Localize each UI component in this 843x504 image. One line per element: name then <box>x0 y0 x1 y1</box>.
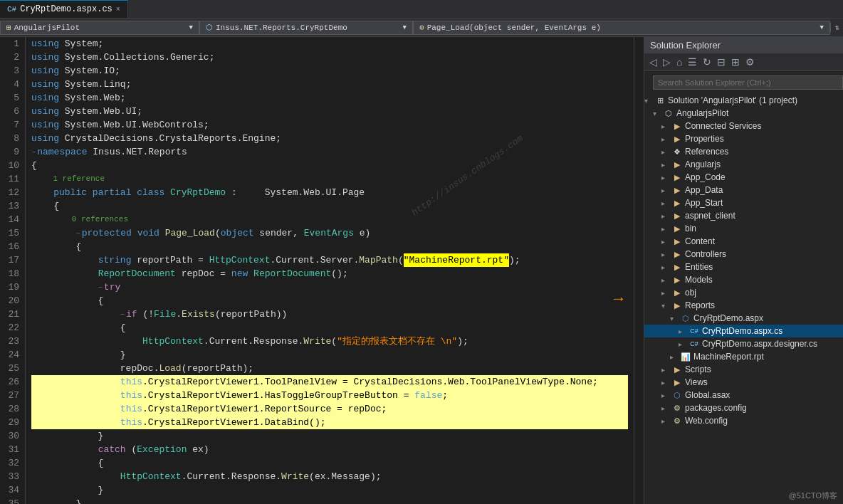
se-tree-item-webConfig[interactable]: ▸⚙Web.config <box>644 414 843 427</box>
se-tree-item-obj[interactable]: ▸▶obj <box>644 286 843 299</box>
se-tree-item-connected[interactable]: ▸▶Connected Services <box>644 120 843 132</box>
class-dropdown[interactable]: ⬡ Insus.NET.Reports.CryRptDemo ▼ <box>199 21 413 35</box>
tree-arrow[interactable]: ▾ <box>661 302 671 310</box>
main-area: 1234567891011121314151617181920212223242… <box>0 37 843 504</box>
se-tree-item-references[interactable]: ▸❖References <box>644 145 843 158</box>
tree-arrow[interactable]: ▸ <box>661 238 671 246</box>
tree-arrow[interactable]: ▾ <box>670 315 680 322</box>
mini-map[interactable] <box>634 37 644 504</box>
se-tree-item-entities[interactable]: ▸▶Entities <box>644 261 843 273</box>
code-token: ( <box>126 443 137 456</box>
code-token: ( <box>215 226 221 240</box>
se-tree-item-solution[interactable]: ▾⊞Solution 'AngularjsPilot' (1 project) <box>644 94 843 107</box>
tree-label: CryRptDemo.aspx.cs <box>702 326 843 336</box>
se-back-button[interactable]: ◁ <box>647 55 659 69</box>
code-token: reportPath = <box>131 253 209 267</box>
tree-arrow[interactable]: ▸ <box>661 366 671 374</box>
tree-arrow[interactable]: ▾ <box>644 97 654 105</box>
se-tree-item-cryRptDemoAspx[interactable]: ▾⬡CryRptDemo.aspx <box>644 312 843 325</box>
se-properties-button[interactable]: ☰ <box>686 55 699 69</box>
class-arrow: ▼ <box>403 24 407 31</box>
code-token: System.Web.UI; <box>59 105 142 118</box>
tree-label: CryRptDemo.aspx.designer.cs <box>702 339 843 349</box>
se-tree-item-cryRptDemoCs[interactable]: ▸C#CryRptDemo.aspx.cs <box>644 325 843 337</box>
tree-arrow[interactable]: ▸ <box>661 212 671 220</box>
code-token: .CrystalReportViewer1. <box>142 416 265 429</box>
tree-label: App_Code <box>685 172 843 182</box>
tree-arrow[interactable]: ▸ <box>679 340 688 348</box>
sync-button[interactable]: ⇅ <box>830 23 843 32</box>
se-tree-item-globalAsax[interactable]: ▸⬡Global.asax <box>644 389 843 401</box>
code-line: { <box>31 159 628 172</box>
tree-icon-solution: ⊞ <box>654 95 666 106</box>
tree-arrow[interactable]: ▸ <box>661 135 671 143</box>
tree-arrow[interactable]: ▾ <box>653 110 663 117</box>
code-line: { <box>31 321 628 335</box>
tree-arrow[interactable]: ▸ <box>661 289 671 297</box>
tree-arrow[interactable]: ▸ <box>661 122 671 130</box>
method-dropdown[interactable]: ⚙ Page_Load(object sender, EventArgs e) … <box>413 21 830 35</box>
se-refresh-button[interactable]: ↻ <box>701 55 713 69</box>
se-tree-item-properties[interactable]: ▸▶Properties <box>644 132 843 145</box>
se-tree-item-angularjs[interactable]: ▸▶Angularjs <box>644 158 843 171</box>
tab-close-button[interactable]: × <box>116 6 120 14</box>
tree-arrow[interactable]: ▸ <box>661 263 671 271</box>
tree-label: App_Start <box>685 198 843 208</box>
code-area[interactable]: using System;using System.Collections.Ge… <box>26 37 634 504</box>
code-token: false <box>414 389 442 402</box>
tree-icon-folder: ▶ <box>671 172 683 183</box>
se-home-button[interactable]: ⌂ <box>674 55 684 69</box>
code-token: Exception <box>137 443 187 456</box>
tree-arrow[interactable]: ▸ <box>661 379 671 387</box>
code-token: System.Collections.Generic; <box>59 51 214 64</box>
se-filter-button[interactable]: ⚙ <box>743 55 757 69</box>
code-token: System; <box>59 37 103 51</box>
tree-arrow[interactable]: ▸ <box>661 417 671 425</box>
code-token <box>31 402 120 416</box>
code-token: this <box>120 389 142 402</box>
code-line: } <box>31 483 628 497</box>
tree-arrow[interactable]: ▸ <box>661 161 671 169</box>
se-tree-item-project[interactable]: ▾⬡AngularjsPilot <box>644 107 843 120</box>
tree-arrow[interactable]: ▸ <box>661 148 671 156</box>
tree-label: obj <box>685 288 843 298</box>
se-tree-item-controllers[interactable]: ▸▶Controllers <box>644 248 843 261</box>
tab-bar: C# CryRptDemo.aspx.cs × <box>0 0 843 19</box>
tree-arrow[interactable]: ▸ <box>661 251 671 258</box>
se-show-files-button[interactable]: ⊞ <box>729 55 742 69</box>
tree-arrow[interactable]: ▸ <box>661 404 671 412</box>
se-tree-item-scripts[interactable]: ▸▶Scripts <box>644 363 843 376</box>
se-tree-item-app_code[interactable]: ▸▶App_Code <box>644 171 843 184</box>
se-tree-item-packagesConfig[interactable]: ▸⚙packages.config <box>644 401 843 414</box>
se-tree-item-cryRptDemoDesigner[interactable]: ▸C#CryRptDemo.aspx.designer.cs <box>644 337 843 350</box>
tree-arrow[interactable]: ▸ <box>661 276 671 284</box>
se-forward-button[interactable]: ▷ <box>661 55 673 69</box>
se-tree-item-bin[interactable]: ▸▶bin <box>644 222 843 235</box>
se-tree-item-aspnet_client[interactable]: ▸▶aspnet_client <box>644 209 843 222</box>
code-token <box>31 308 120 321</box>
tree-arrow[interactable]: ▸ <box>661 174 671 182</box>
se-tree-item-reports[interactable]: ▾▶Reports <box>644 299 843 312</box>
se-tree-item-app_start[interactable]: ▸▶App_Start <box>644 196 843 209</box>
code-token: .None; <box>565 375 598 389</box>
tree-arrow[interactable]: ▸ <box>661 225 671 233</box>
se-tree-item-content[interactable]: ▸▶Content <box>644 235 843 248</box>
active-tab[interactable]: C# CryRptDemo.aspx.cs × <box>0 0 128 18</box>
tree-icon-folder: ▶ <box>671 248 683 260</box>
se-tree-item-app_data[interactable]: ▸▶App_Data <box>644 184 843 196</box>
tree-arrow[interactable]: ▸ <box>661 187 671 194</box>
se-tree-item-machineReport[interactable]: ▸📊MachineReport.rpt <box>644 350 843 363</box>
tree-label: Global.asax <box>685 390 843 400</box>
namespace-dropdown[interactable]: ⊞ AngularjsPilot ▼ <box>0 21 199 35</box>
tree-label: MachineReport.rpt <box>693 352 843 362</box>
code-line: 1 reference <box>31 172 628 186</box>
tree-arrow[interactable]: ▸ <box>661 199 671 207</box>
se-collapse-button[interactable]: ⊟ <box>715 55 728 69</box>
tree-arrow[interactable]: ▸ <box>679 327 688 335</box>
se-tree-item-models[interactable]: ▸▶Models <box>644 273 843 286</box>
code-token <box>31 267 98 280</box>
se-search-input[interactable] <box>653 75 843 90</box>
se-tree-item-views[interactable]: ▸▶Views <box>644 376 843 389</box>
tree-arrow[interactable]: ▸ <box>670 353 680 361</box>
tree-arrow[interactable]: ▸ <box>661 392 671 399</box>
